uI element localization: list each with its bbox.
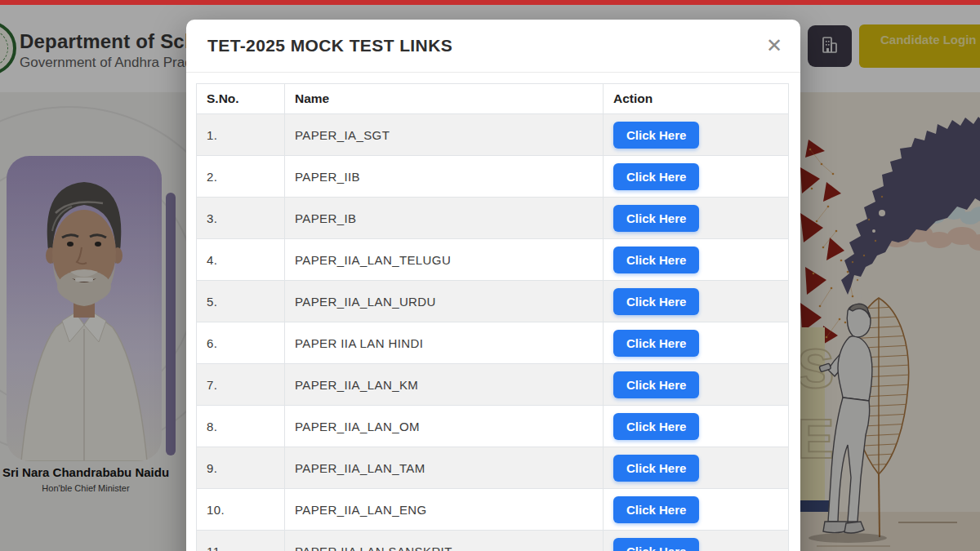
row-serial-number: 10. (197, 489, 285, 531)
column-header-name: Name (285, 84, 604, 114)
row-action-cell: Click Here (604, 281, 789, 322)
mock-test-links-modal: TET-2025 MOCK TEST LINKS ✕ S.No. Name Ac… (186, 20, 800, 551)
row-serial-number: 7. (197, 364, 285, 406)
row-action-cell: Click Here (604, 447, 789, 489)
row-paper-name: PAPER_IB (285, 198, 604, 239)
mock-test-table-body: 1. PAPER_IA_SGT Click Here 2. PAPER_IIB … (197, 114, 789, 551)
row-serial-number: 4. (197, 239, 285, 281)
modal-title: TET-2025 MOCK TEST LINKS (207, 36, 452, 56)
row-serial-number: 1. (197, 114, 285, 156)
row-action-cell: Click Here (604, 489, 789, 531)
table-row: 11. PAPER IIA LAN SANSKRIT Click Here (197, 531, 789, 551)
row-serial-number: 8. (197, 406, 285, 447)
table-row: 8. PAPER_IIA_LAN_OM Click Here (197, 406, 789, 447)
click-here-button[interactable]: Click Here (613, 205, 699, 232)
click-here-button[interactable]: Click Here (613, 122, 699, 149)
row-serial-number: 11. (197, 531, 285, 551)
row-paper-name: PAPER_IIA_LAN_ENG (285, 489, 604, 531)
click-here-button[interactable]: Click Here (613, 455, 699, 482)
row-paper-name: PAPER_IIA_LAN_URDU (285, 281, 604, 322)
mock-test-table: S.No. Name Action 1. PAPER_IA_SGT Click … (196, 83, 789, 551)
column-header-action: Action (604, 84, 789, 114)
row-action-cell: Click Here (604, 364, 789, 406)
row-serial-number: 2. (197, 156, 285, 198)
click-here-button[interactable]: Click Here (613, 163, 699, 190)
table-row: 1. PAPER_IA_SGT Click Here (197, 114, 789, 156)
click-here-button[interactable]: Click Here (613, 288, 699, 315)
row-action-cell: Click Here (604, 156, 789, 198)
row-paper-name: PAPER_IIA_LAN_KM (285, 364, 604, 406)
table-row: 3. PAPER_IB Click Here (197, 198, 789, 239)
close-icon[interactable]: ✕ (763, 33, 786, 59)
click-here-button[interactable]: Click Here (613, 247, 699, 273)
table-row: 5. PAPER_IIA_LAN_URDU Click Here (197, 281, 789, 322)
click-here-button[interactable]: Click Here (613, 330, 699, 357)
table-row: 7. PAPER_IIA_LAN_KM Click Here (197, 364, 789, 406)
row-action-cell: Click Here (604, 406, 789, 447)
modal-header: TET-2025 MOCK TEST LINKS ✕ (186, 20, 800, 73)
row-serial-number: 6. (197, 322, 285, 364)
modal-body: S.No. Name Action 1. PAPER_IA_SGT Click … (186, 73, 800, 551)
row-paper-name: PAPER_IIA_LAN_TELUGU (285, 239, 604, 281)
page: Department of School Education Governmen… (0, 0, 980, 551)
row-action-cell: Click Here (604, 322, 789, 364)
row-paper-name: PAPER_IA_SGT (285, 114, 604, 156)
row-serial-number: 3. (197, 198, 285, 239)
click-here-button[interactable]: Click Here (613, 538, 699, 551)
row-paper-name: PAPER IIA LAN HINDI (285, 322, 604, 364)
row-action-cell: Click Here (604, 239, 789, 281)
row-serial-number: 5. (197, 281, 285, 322)
row-paper-name: PAPER IIA LAN SANSKRIT (285, 531, 604, 551)
row-action-cell: Click Here (604, 531, 789, 551)
click-here-button[interactable]: Click Here (613, 413, 699, 440)
row-paper-name: PAPER_IIA_LAN_OM (285, 406, 604, 447)
row-action-cell: Click Here (604, 198, 789, 239)
top-loading-bar (0, 0, 980, 5)
table-row: 2. PAPER_IIB Click Here (197, 156, 789, 198)
table-row: 10. PAPER_IIA_LAN_ENG Click Here (197, 489, 789, 531)
row-paper-name: PAPER_IIA_LAN_TAM (285, 447, 604, 489)
table-row: 9. PAPER_IIA_LAN_TAM Click Here (197, 447, 789, 489)
row-serial-number: 9. (197, 447, 285, 489)
row-action-cell: Click Here (604, 114, 789, 156)
table-row: 6. PAPER IIA LAN HINDI Click Here (197, 322, 789, 364)
table-header-row: S.No. Name Action (197, 84, 789, 114)
column-header-sno: S.No. (197, 84, 285, 114)
row-paper-name: PAPER_IIB (285, 156, 604, 198)
table-row: 4. PAPER_IIA_LAN_TELUGU Click Here (197, 239, 789, 281)
click-here-button[interactable]: Click Here (613, 371, 699, 398)
click-here-button[interactable]: Click Here (613, 496, 699, 523)
